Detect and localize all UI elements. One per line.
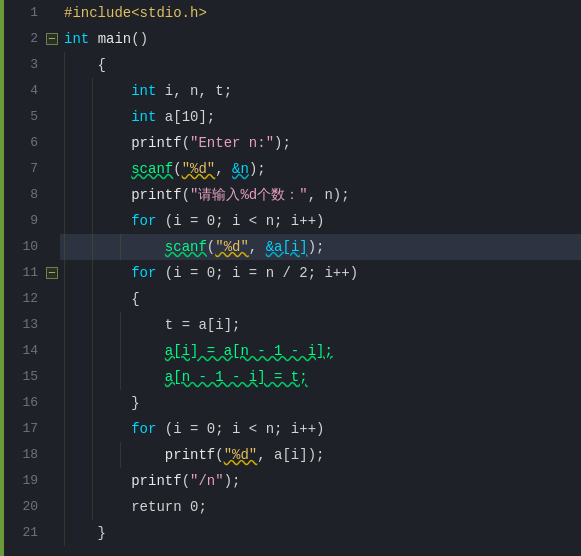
- token: , a[i]);: [257, 442, 324, 468]
- code-line-11: for (i = 0; i = n / 2; i++): [60, 260, 581, 286]
- line-number-20: 20: [22, 494, 38, 520]
- token: printf: [131, 130, 181, 156]
- token: "%d": [224, 442, 258, 468]
- fold-marker-14: [44, 338, 60, 364]
- token: }: [98, 520, 106, 546]
- code-line-7: scanf("%d", &n);: [60, 156, 581, 182]
- token: (: [182, 130, 190, 156]
- token: scanf: [165, 234, 207, 260]
- line-number-8: 8: [30, 182, 38, 208]
- fold-marker-21: [44, 520, 60, 546]
- fold-marker-9: [44, 208, 60, 234]
- token: printf: [131, 182, 181, 208]
- token: ,: [249, 234, 266, 260]
- line-number-5: 5: [30, 104, 38, 130]
- token: printf: [165, 442, 215, 468]
- code-line-2: int main(): [60, 26, 581, 52]
- token: , n);: [308, 182, 350, 208]
- code-line-5: int a[10];: [60, 104, 581, 130]
- fold-marker-16: [44, 390, 60, 416]
- code-editor: 123456789101112131415161718192021 −− #in…: [0, 0, 581, 556]
- code-line-15: a[n - 1 - i] = t;: [60, 364, 581, 390]
- token: (: [215, 442, 223, 468]
- fold-marker-5: [44, 104, 60, 130]
- token: (i = 0; i < n; i++): [156, 208, 324, 234]
- token: (: [207, 234, 215, 260]
- token: [89, 26, 97, 52]
- token: );: [274, 130, 291, 156]
- line-number-6: 6: [30, 130, 38, 156]
- token: (i = 0; i = n / 2; i++): [156, 260, 358, 286]
- line-numbers: 123456789101112131415161718192021: [4, 0, 44, 556]
- token: scanf: [131, 156, 173, 182]
- line-number-15: 15: [22, 364, 38, 390]
- fold-marker-2[interactable]: −: [44, 26, 60, 52]
- token: a[n - 1 - i] = t;: [165, 364, 308, 390]
- fold-marker-17: [44, 416, 60, 442]
- line-number-11: 11: [22, 260, 38, 286]
- code-line-8: printf("请输入%d个数：", n);: [60, 182, 581, 208]
- token: (i = 0; i < n; i++): [156, 416, 324, 442]
- fold-gutter[interactable]: −−: [44, 0, 60, 556]
- token: );: [224, 468, 241, 494]
- code-line-10: scanf("%d", &a[i]);: [60, 234, 581, 260]
- line-number-4: 4: [30, 78, 38, 104]
- fold-marker-18: [44, 442, 60, 468]
- code-line-3: {: [60, 52, 581, 78]
- fold-marker-19: [44, 468, 60, 494]
- fold-marker-13: [44, 312, 60, 338]
- token: (: [173, 156, 181, 182]
- token: {: [131, 286, 139, 312]
- code-line-19: printf("/n");: [60, 468, 581, 494]
- token: a[10];: [156, 104, 215, 130]
- line-number-10: 10: [22, 234, 38, 260]
- token: }: [131, 390, 139, 416]
- line-number-13: 13: [22, 312, 38, 338]
- code-line-6: printf("Enter n:");: [60, 130, 581, 156]
- fold-marker-15: [44, 364, 60, 390]
- token: main: [98, 26, 132, 52]
- fold-marker-12: [44, 286, 60, 312]
- token: printf: [131, 468, 181, 494]
- line-number-7: 7: [30, 156, 38, 182]
- token: (: [182, 182, 190, 208]
- line-number-16: 16: [22, 390, 38, 416]
- token: for: [131, 260, 156, 286]
- token: "请输入%d个数：": [190, 182, 308, 208]
- line-number-19: 19: [22, 468, 38, 494]
- token: for: [131, 208, 156, 234]
- code-line-17: for (i = 0; i < n; i++): [60, 416, 581, 442]
- code-line-1: #include<stdio.h>: [60, 0, 581, 26]
- fold-marker-4: [44, 78, 60, 104]
- token: (: [182, 468, 190, 494]
- code-line-20: return 0;: [60, 494, 581, 520]
- fold-marker-8: [44, 182, 60, 208]
- line-number-1: 1: [30, 0, 38, 26]
- token: "%d": [182, 156, 216, 182]
- token: "Enter n:": [190, 130, 274, 156]
- line-number-18: 18: [22, 442, 38, 468]
- fold-marker-10: [44, 234, 60, 260]
- code-line-14: a[i] = a[n - 1 - i];: [60, 338, 581, 364]
- line-number-2: 2: [30, 26, 38, 52]
- code-line-13: t = a[i];: [60, 312, 581, 338]
- token: ,: [215, 156, 232, 182]
- token: int: [64, 26, 89, 52]
- fold-marker-1: [44, 0, 60, 26]
- fold-marker-11[interactable]: −: [44, 260, 60, 286]
- line-number-21: 21: [22, 520, 38, 546]
- fold-marker-3: [44, 52, 60, 78]
- line-number-14: 14: [22, 338, 38, 364]
- token: );: [249, 156, 266, 182]
- token: (): [131, 26, 148, 52]
- token: #include<stdio.h>: [64, 0, 207, 26]
- line-number-9: 9: [30, 208, 38, 234]
- token: "/n": [190, 468, 224, 494]
- token: t = a[i];: [165, 312, 241, 338]
- line-number-12: 12: [22, 286, 38, 312]
- fold-marker-20: [44, 494, 60, 520]
- code-line-18: printf("%d", a[i]);: [60, 442, 581, 468]
- token: );: [308, 234, 325, 260]
- token: "%d": [215, 234, 249, 260]
- token: &a[i]: [266, 234, 308, 260]
